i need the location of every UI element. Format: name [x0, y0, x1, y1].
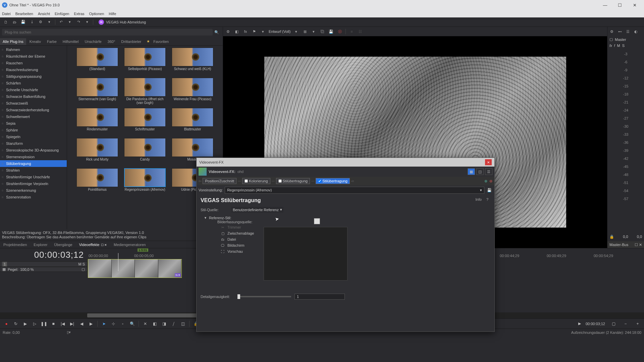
fx-item[interactable]: Strahlenförmige Unschärfe: [0, 174, 67, 180]
go-end-button[interactable]: ▶|: [68, 320, 76, 327]
cat-unschaerfe[interactable]: Unschärfe: [82, 38, 104, 45]
loop-button[interactable]: ↻: [12, 320, 19, 327]
fx-item[interactable]: Szenenerkennung: [0, 187, 67, 194]
maximize-button[interactable]: ☐: [612, 0, 627, 10]
heal-button[interactable]: ◫: [179, 320, 186, 327]
timecode-right[interactable]: 00:00:03;12: [586, 322, 605, 326]
fx-item[interactable]: Sättigungsanpassung: [0, 73, 67, 80]
btab-mediengeneratoren[interactable]: Mediengeneratoren: [110, 241, 149, 248]
preset-item[interactable]: Selbstporträt (Picasso): [123, 48, 167, 75]
fx-item[interactable]: Schwarze Balkenfüllung: [0, 93, 67, 100]
chain-check[interactable]: [278, 179, 282, 183]
dlg-layout-3-button[interactable]: ☰: [485, 168, 492, 175]
preset-item[interactable]: Die Pandorica öffnet sich (van Gogh): [123, 78, 167, 105]
preset-select[interactable]: Regenprinzessin (Afremov)▾: [225, 187, 484, 194]
detail-slider[interactable]: [237, 296, 291, 297]
preset-item[interactable]: Schwarz und weiß (KLH): [171, 48, 214, 75]
track-header[interactable]: 1 M S: [0, 261, 87, 267]
fx-item[interactable]: Schwarzweiß: [0, 100, 67, 107]
playhead[interactable]: [118, 253, 118, 271]
preset-item[interactable]: Blattmuster: [171, 108, 214, 135]
play-button[interactable]: ▷: [31, 320, 38, 327]
fx-item[interactable]: Strahlenförmige Verpixeln: [0, 180, 67, 187]
meter-sliders-icon[interactable]: ☰: [625, 28, 631, 35]
open-icon[interactable]: 🗁: [11, 19, 17, 25]
dialog-close-button[interactable]: ✕: [485, 159, 492, 165]
fx-item[interactable]: Räumlichkeit der Ebene: [0, 53, 67, 60]
master-mute-button[interactable]: M: [617, 44, 620, 48]
pv-settings-icon[interactable]: ⚙: [225, 28, 231, 35]
snap-button[interactable]: ⊹: [110, 320, 117, 327]
dlg-layout-2-button[interactable]: ◫: [476, 168, 484, 175]
chain-node-stil-1[interactable]: Stilübertragung: [276, 178, 310, 184]
prev-frame-button[interactable]: ◀: [78, 320, 85, 327]
pv-split-icon[interactable]: ◧: [234, 28, 240, 35]
fx-item[interactable]: Rauschreduzierung: [0, 66, 67, 73]
undo-dropdown-icon[interactable]: ▾: [67, 19, 73, 25]
capture-item[interactable]: ⛶Vorschau: [221, 249, 490, 253]
help-link[interactable]: ?: [486, 197, 488, 201]
cat-drittanbieter[interactable]: Drittanbieter: [118, 38, 144, 45]
pv-quality-select[interactable]: Entwurf (Voll): [269, 29, 290, 34]
preset-item[interactable]: Weinende Frau (Picasso): [171, 78, 214, 105]
cat-hilfsmittel[interactable]: Hilfsmittel: [60, 38, 82, 45]
pv-quality-dropdown-icon[interactable]: ▾: [293, 28, 299, 35]
edit-tool-button[interactable]: ➤: [100, 320, 108, 327]
cat-kreativ[interactable]: Kreativ: [27, 38, 44, 45]
menu-ansicht[interactable]: Ansicht: [38, 12, 50, 16]
pv-copy-icon[interactable]: ⿻: [319, 28, 325, 35]
meter-gear-icon[interactable]: ⚙: [609, 28, 615, 35]
cat-favoriten[interactable]: Favoriten: [151, 38, 171, 45]
chain-node-stil-2[interactable]: Stilübertragung: [316, 178, 350, 184]
menu-extras[interactable]: Extras: [74, 12, 84, 16]
fx-item[interactable]: Rahmen: [0, 46, 67, 53]
meter-insert-icon[interactable]: ⊷: [617, 28, 623, 35]
split-button[interactable]: ⧸: [170, 320, 177, 327]
fx-item[interactable]: Schnelle Unschärfe: [0, 86, 67, 93]
master-bus-tab[interactable]: Master-Bus ☐ ✕: [607, 241, 644, 248]
master-f-button[interactable]: f: [614, 44, 615, 48]
info-link[interactable]: Info: [476, 197, 482, 201]
record-button[interactable]: ●: [3, 320, 10, 327]
hub-link[interactable]: H VEGAS Hub Abmeldung: [99, 19, 146, 25]
cat-360[interactable]: 360°: [105, 38, 118, 45]
btab-uebergaenge[interactable]: Übergänge: [51, 241, 75, 248]
undo-icon[interactable]: ↶: [58, 19, 64, 25]
trim-start-button[interactable]: ◧: [151, 320, 158, 327]
preset-item[interactable]: Regenprinzessin (Afremov): [123, 168, 167, 196]
redo-icon[interactable]: ↷: [75, 19, 82, 25]
minimize-button[interactable]: —: [598, 0, 612, 10]
chain-check[interactable]: [318, 179, 321, 183]
pv-grid-dropdown-icon[interactable]: ▾: [311, 28, 317, 35]
track-level-value[interactable]: 100,0 %: [20, 267, 34, 272]
pv-save-icon[interactable]: 💾: [328, 28, 334, 35]
zoom-tool-button[interactable]: 🔍: [128, 320, 136, 327]
fx-item[interactable]: Stereoskopische 3D-Anpassung: [0, 147, 67, 154]
go-start-button[interactable]: |◀: [59, 320, 66, 327]
master-solo-button[interactable]: S: [622, 44, 625, 48]
chain-node-position[interactable]: Position/Zuschnitt: [203, 178, 236, 184]
preset-item[interactable]: Rick und Morty: [75, 138, 119, 166]
reference-swatch[interactable]: [314, 218, 320, 224]
plugin-search-input[interactable]: [2, 29, 213, 36]
pv-flag-icon[interactable]: ⚑: [251, 28, 257, 35]
close-icon[interactable]: ☐ ✕: [635, 243, 642, 247]
cat-all[interactable]: Alle Plug-Ins: [0, 38, 26, 45]
btab-explorer[interactable]: Explorer: [30, 241, 51, 248]
preset-save-icon[interactable]: 💾: [486, 187, 492, 193]
dialog-title-bar[interactable]: Videoevent-FX ✕: [197, 158, 494, 167]
fx-item[interactable]: Sternenexplosion: [0, 154, 67, 160]
pv-dropdown-icon[interactable]: ▾: [260, 28, 266, 35]
fx-item[interactable]: Sphäre: [0, 127, 67, 133]
pv-record-icon[interactable]: Ⓥ: [337, 28, 343, 35]
chain-check[interactable]: [245, 179, 248, 183]
fx-item[interactable]: Sepia: [0, 120, 67, 127]
menu-bearbeiten[interactable]: Bearbeiten: [15, 12, 33, 16]
fx-item[interactable]: Szenenrotation: [0, 194, 67, 200]
capture-item[interactable]: ▢Zwischenablage: [221, 231, 490, 235]
rate-slider-icon[interactable]: ▯▾: [67, 330, 71, 335]
add-track-button[interactable]: ▢: [610, 320, 617, 327]
redo-dropdown-icon[interactable]: ▾: [84, 19, 90, 25]
save-icon[interactable]: 💾: [20, 19, 26, 25]
preset-item[interactable]: (Standard): [75, 48, 119, 75]
